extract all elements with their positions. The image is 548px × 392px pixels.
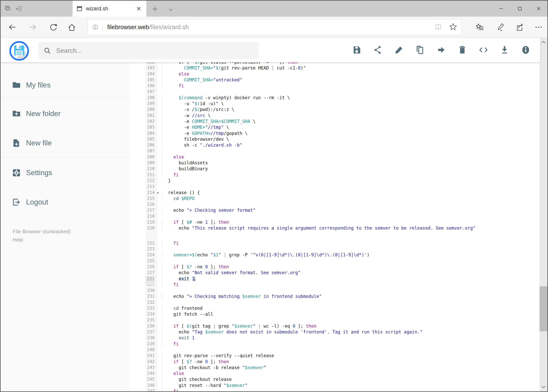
- code-line-text: [157, 213, 539, 219]
- search-input[interactable]: [56, 47, 232, 55]
- sidebar-item-logout[interactable]: Logout: [0, 193, 130, 211]
- line-number: 232: [145, 299, 157, 305]
- code-line: 216: [145, 201, 539, 207]
- url-bar[interactable]: filebrowser.web/files/wizard.sh: [88, 19, 462, 35]
- code-line-text: filebrowser/dev \: [157, 136, 539, 142]
- tab-close-icon[interactable]: ✕: [135, 5, 142, 12]
- code-line-text: echo "Tag $semver does not exist in subm…: [157, 329, 539, 335]
- code-line-text: [157, 299, 539, 305]
- code-line-text: sh -c "./wizard.sh -b": [157, 142, 539, 148]
- code-line: 197: [145, 89, 539, 95]
- code-line: 192 if [ "$(git status --porcelain)" = "…: [145, 62, 539, 65]
- tab-preview-icon[interactable]: [4, 5, 11, 12]
- download-button[interactable]: [500, 45, 509, 54]
- code-line: 226 if [ $? -ne 0 ]; then: [145, 264, 539, 270]
- code-line-text: [157, 347, 539, 353]
- code-editor[interactable]: 192 if [ "$(git status --porcelain)" = "…: [130, 62, 539, 392]
- app-logo[interactable]: [9, 41, 29, 61]
- sidebar-item-new-folder[interactable]: New folder: [0, 105, 130, 123]
- move-button[interactable]: [437, 45, 446, 54]
- code-line: 241 git rev-parse --verify --quiet relea…: [145, 353, 539, 358]
- sidebar-item-settings[interactable]: Settings: [0, 164, 130, 182]
- line-number: 199: [145, 101, 157, 106]
- sidebar-item-label: Settings: [26, 169, 52, 177]
- tab-list-chevron-icon[interactable]: [168, 7, 175, 14]
- new-tab-icon[interactable]: [152, 6, 159, 13]
- line-number: 205: [145, 136, 157, 142]
- annotate-pen-icon[interactable]: [496, 23, 505, 32]
- code-line: 232: [145, 299, 539, 305]
- line-number: 192: [145, 62, 157, 65]
- share-icon[interactable]: [515, 23, 524, 32]
- code-line: 245 git checkout release: [145, 376, 539, 382]
- line-number: 243: [145, 364, 157, 371]
- code-line-text: cd $REPO: [157, 196, 539, 201]
- line-number: 221: [145, 276, 157, 285]
- settings-icon: [12, 168, 21, 177]
- line-number: 239: [145, 341, 157, 347]
- code-line-text: -e GOPATH=//tmp/gopath \: [157, 130, 539, 136]
- line-number: 215: [145, 196, 157, 201]
- code-line: 234 git fetch --all: [145, 311, 539, 317]
- close-button[interactable]: [530, 0, 548, 17]
- line-number: 193: [145, 65, 157, 71]
- favorite-star-icon[interactable]: [449, 23, 457, 32]
- rename-button[interactable]: [395, 45, 403, 54]
- code-line: 224 semver=$(echo "$1" | grep -P '^v(0|[…: [145, 252, 539, 258]
- code-line-text: git checkout -b release "$semver": [157, 364, 539, 371]
- line-number: 235: [145, 317, 157, 323]
- favorites-hub-icon[interactable]: [476, 23, 484, 32]
- reading-view-icon[interactable]: [434, 23, 442, 32]
- home-icon[interactable]: [68, 23, 76, 32]
- code-line-text: else: [157, 71, 539, 77]
- url-text[interactable]: filebrowser.web/files/wizard.sh: [107, 24, 434, 31]
- line-number: 195: [145, 77, 157, 83]
- browser-tab[interactable]: wizard.sh ✕: [73, 0, 146, 17]
- code-line-text: buildAssets: [157, 160, 539, 166]
- code-line-text: COMMIT_SHA="untracked": [157, 77, 539, 83]
- code-line-text: semver=$(echo "$1" | grep -P '^v(0|[1-9]…: [157, 252, 539, 258]
- set-tabs-aside-icon[interactable]: [15, 5, 22, 12]
- code-line: 198 $(command -v winpty) docker run --rm…: [145, 95, 539, 101]
- more-options-icon[interactable]: [534, 23, 543, 32]
- copy-button[interactable]: [416, 45, 424, 54]
- code-line-text: -v /$(pwd):/src:z \: [157, 106, 539, 112]
- info-button[interactable]: [521, 45, 530, 54]
- code-line-text: fi: [157, 282, 539, 287]
- page-scrollbar[interactable]: [540, 38, 548, 392]
- scroll-down-icon[interactable]: [540, 383, 547, 390]
- sidebar-item-my-files[interactable]: My files: [0, 76, 130, 94]
- sidebar-item-label: New folder: [26, 110, 61, 118]
- code-content[interactable]: 192 if [ "$(git status --porcelain)" = "…: [145, 62, 539, 392]
- refresh-icon[interactable]: [49, 23, 58, 32]
- folder-icon: [12, 81, 21, 90]
- maximize-button[interactable]: [511, 0, 529, 17]
- forward-icon[interactable]: [28, 23, 37, 32]
- sidebar-item-new-file[interactable]: New file: [0, 134, 130, 152]
- scroll-up-icon[interactable]: [540, 39, 547, 46]
- source-code-button[interactable]: [479, 45, 488, 54]
- line-number: 224: [145, 252, 157, 258]
- code-line: 204 -e GOPATH=//tmp/gopath \: [145, 130, 539, 136]
- line-number: 202: [145, 119, 157, 124]
- search-bar[interactable]: [38, 42, 259, 59]
- code-line: 206 sh -c "./wizard.sh -b": [145, 142, 539, 148]
- minimize-button[interactable]: [492, 0, 510, 17]
- code-line-text: echo "> Checking matching $semver in fro…: [157, 293, 539, 299]
- code-line-text: }: [157, 178, 539, 184]
- share-file-button[interactable]: [373, 45, 382, 54]
- delete-button[interactable]: [458, 45, 467, 54]
- line-number: 241: [145, 353, 157, 358]
- back-icon[interactable]: [8, 23, 17, 32]
- code-line-text: -u "$(id -u)" \: [157, 101, 539, 106]
- line-number: 203: [145, 124, 157, 130]
- help-link[interactable]: Help: [13, 237, 23, 243]
- save-button[interactable]: [352, 45, 361, 54]
- code-line-text: -e HOME="//tmp" \: [157, 124, 539, 130]
- line-number: 237: [145, 329, 157, 335]
- code-line: 212}: [145, 178, 539, 184]
- text-cursor: [195, 277, 195, 281]
- code-line: 193 COMMIT_SHA="$(git rev-parse HEAD | c…: [145, 65, 539, 71]
- scrollbar-thumb[interactable]: [540, 286, 548, 331]
- page-info-icon[interactable]: [88, 23, 103, 31]
